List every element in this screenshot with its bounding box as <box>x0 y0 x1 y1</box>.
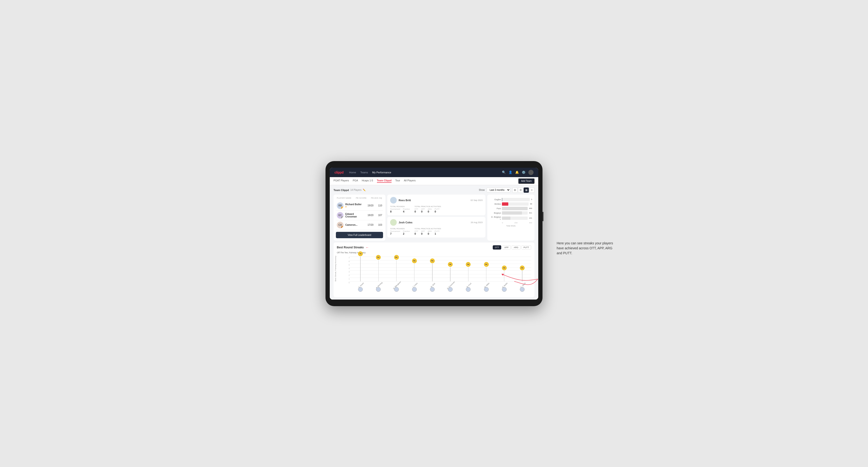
total-rounds-label: Total Rounds <box>390 206 410 208</box>
settings-icon[interactable]: ⚙️ <box>522 170 526 174</box>
ott-label: OTT <box>414 230 418 232</box>
arrow-indicator: ← <box>366 246 369 249</box>
player-avatar-dot <box>448 287 453 292</box>
lollipop-bubble: 4x <box>448 262 453 267</box>
axis-0: 0 <box>502 222 503 224</box>
player-avatar-ec: EC 2 <box>337 212 343 219</box>
view-leaderboard-button[interactable]: View Full Leaderboard <box>336 232 383 238</box>
putt-val: 0 <box>435 210 440 213</box>
tournament-label: Tournament <box>390 208 400 210</box>
pb-avg: 103 <box>378 224 382 226</box>
ott-label: OTT <box>414 208 418 210</box>
bar-track-birdies <box>502 203 529 206</box>
ott-val: 0 <box>414 210 418 213</box>
practice-activities-label: Total Practice Activities <box>414 228 441 230</box>
filter-arg[interactable]: ARG <box>512 245 521 250</box>
tab-pga[interactable]: PGA <box>353 179 358 183</box>
lollipop-bubble: 4x <box>484 262 489 267</box>
player-cards-panel: Rees Britt 02 Sep 2023 Total Rounds Tour… <box>387 195 486 241</box>
rank-badge: 2 <box>341 216 343 219</box>
pb-score: 18/20 <box>368 214 373 217</box>
chart-x-label: Total Shots <box>490 225 532 227</box>
tab-all-players[interactable]: All Players <box>404 179 415 183</box>
lollipop-bubble: 4x <box>466 262 470 267</box>
lollipop-bubble: 6x <box>394 255 399 260</box>
practice-val: 2 <box>403 232 410 235</box>
tab-team-clippd[interactable]: Team Clippd <box>377 179 392 183</box>
player-avatar-ca: CA 3 <box>337 222 343 228</box>
logo: clippd <box>335 170 343 174</box>
player-name: Richard Butler <box>345 203 366 206</box>
practice-label: Practice <box>403 230 410 232</box>
lollipop-stem <box>378 260 379 281</box>
search-icon[interactable]: 🔍 <box>502 170 506 174</box>
player-avatar-dot <box>376 287 381 292</box>
player-name: Edward Crossman <box>345 213 366 218</box>
arg-val: 0 <box>428 210 432 213</box>
axis-400: 400 <box>529 222 532 224</box>
tab-hcaps[interactable]: Hcaps 1-5 <box>362 179 373 183</box>
bar-val-bogeys: 311 <box>529 212 532 214</box>
bar-label-eagles: Eagles <box>490 198 501 201</box>
nav-my-performance[interactable]: My Performance <box>372 171 391 174</box>
filter-ott[interactable]: OTT <box>493 245 501 250</box>
filter-app[interactable]: APP <box>502 245 511 250</box>
tab-tour[interactable]: Tour <box>395 179 400 183</box>
team-name: Team Clippd <box>334 189 349 191</box>
player-card-josh: Josh Coles 26 Aug 2023 Total Rounds Tour… <box>387 217 486 238</box>
lollipop-bubble: 5x <box>412 258 417 263</box>
bar-track-eagles <box>502 198 530 201</box>
table-row[interactable]: RB 1 Richard Butler ♥ 19/20 110 <box>336 201 383 211</box>
pb-score: 17/20 <box>368 224 373 226</box>
table-view-icon[interactable]: ≡ <box>529 187 534 193</box>
card-view-icon[interactable]: ▦ <box>524 187 529 193</box>
period-select[interactable]: Last 3 months <box>487 187 510 192</box>
nav-teams[interactable]: Teams <box>361 171 368 174</box>
practice-label: Practice <box>403 208 410 210</box>
rank-badge: 3 <box>341 226 343 228</box>
tab-pgat-players[interactable]: PGAT Players <box>334 179 349 183</box>
lollipop-stem <box>432 264 433 281</box>
lollipop-stem <box>360 257 361 281</box>
player-avatar-rb: RB 1 <box>337 203 343 209</box>
pb-score: 19/20 <box>368 204 373 207</box>
practice-activities-label: Total Practice Activities <box>414 206 441 208</box>
lollipop-bubble: 6x <box>376 255 381 260</box>
player-avatar-dot <box>520 287 525 292</box>
player-avatar-dot <box>394 287 399 292</box>
edit-icon[interactable]: ✏️ <box>363 189 366 191</box>
table-row[interactable]: CA 3 Cameron... 17/20 103 <box>336 220 383 230</box>
col-pb-avg: PB AVG SQ <box>371 197 382 199</box>
show-label: Show <box>479 189 485 191</box>
bar-val-birdies: 96 <box>530 203 532 205</box>
person-icon[interactable]: 👤 <box>508 170 512 174</box>
app-val: 0 <box>421 232 425 235</box>
app-label: APP <box>421 230 425 232</box>
arg-val: 0 <box>428 232 432 235</box>
rank-badge: 1 <box>341 207 343 209</box>
grid-view-icon[interactable]: ⊞ <box>512 187 518 193</box>
bar-chart-panel: Eagles 3 Birdies <box>487 195 534 241</box>
bar-val-dbogeys: 131 <box>529 217 532 219</box>
streaks-title: Best Round Streaks <box>337 246 364 249</box>
user-avatar[interactable] <box>528 170 533 175</box>
bell-icon[interactable]: 🔔 <box>515 170 519 174</box>
lollipop-stem <box>468 267 469 281</box>
bar-label-bogeys: Bogeys <box>490 212 501 214</box>
list-view-icon[interactable]: ☰ <box>518 187 523 193</box>
leaderboard-panel: PLAYER NAME PB SCORE PB AVG SQ RB 1 Rich… <box>334 195 385 241</box>
putt-label: PUTT <box>435 208 440 210</box>
add-team-button[interactable]: Add Team <box>518 178 534 184</box>
table-row[interactable]: EC 2 Edward Crossman 18/20 107 <box>336 211 383 220</box>
card-date: 02 Sep 2023 <box>470 199 483 201</box>
nav-home[interactable]: Home <box>349 171 356 174</box>
player-avatar-dot <box>412 287 417 292</box>
streaks-subtitle: Off The Tee, Fairway Accuracy <box>337 251 531 254</box>
axis-200: 200 <box>515 222 518 224</box>
bar-label-pars: Pars <box>490 207 501 210</box>
filter-putt[interactable]: PUTT <box>522 245 531 250</box>
player-avatar-dot <box>466 287 470 292</box>
player-avatar-dot <box>502 287 507 292</box>
player-avatar-dot <box>484 287 489 292</box>
player-name: Cameron... <box>345 224 366 226</box>
